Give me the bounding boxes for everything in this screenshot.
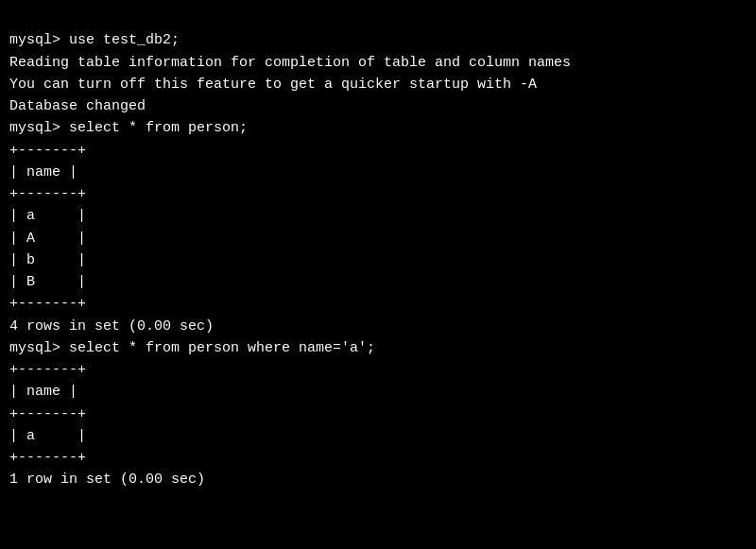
terminal-line: | a | xyxy=(9,425,747,447)
terminal-line: | name | xyxy=(9,381,747,403)
terminal-line: | a | xyxy=(9,205,747,227)
terminal-line: 4 rows in set (0.00 sec) xyxy=(9,316,747,337)
terminal-line: | b | xyxy=(9,249,747,271)
terminal-line: | A | xyxy=(9,228,747,249)
terminal-line: 1 row in set (0.00 sec) xyxy=(9,469,747,490)
terminal-line: +-------+ xyxy=(9,447,747,469)
terminal-line: mysql> select * from person; xyxy=(9,117,747,139)
terminal-line: | name | xyxy=(9,162,747,183)
terminal-line: Database changed xyxy=(9,95,747,117)
terminal-line: +-------+ xyxy=(9,403,747,425)
terminal-line: | B | xyxy=(9,271,747,293)
terminal-line: You can turn off this feature to get a q… xyxy=(9,74,747,95)
terminal-line: +-------+ xyxy=(9,140,747,162)
terminal-line: +-------+ xyxy=(9,183,747,205)
terminal-line: Reading table information for completion… xyxy=(9,52,747,74)
terminal-line: mysql> use test_db2; xyxy=(9,29,747,51)
terminal-line: mysql> select * from person where name='… xyxy=(9,337,747,359)
terminal-line: +-------+ xyxy=(9,359,747,381)
terminal-line: +-------+ xyxy=(9,293,747,315)
terminal-window: mysql> use test_db2;Reading table inform… xyxy=(9,8,747,541)
